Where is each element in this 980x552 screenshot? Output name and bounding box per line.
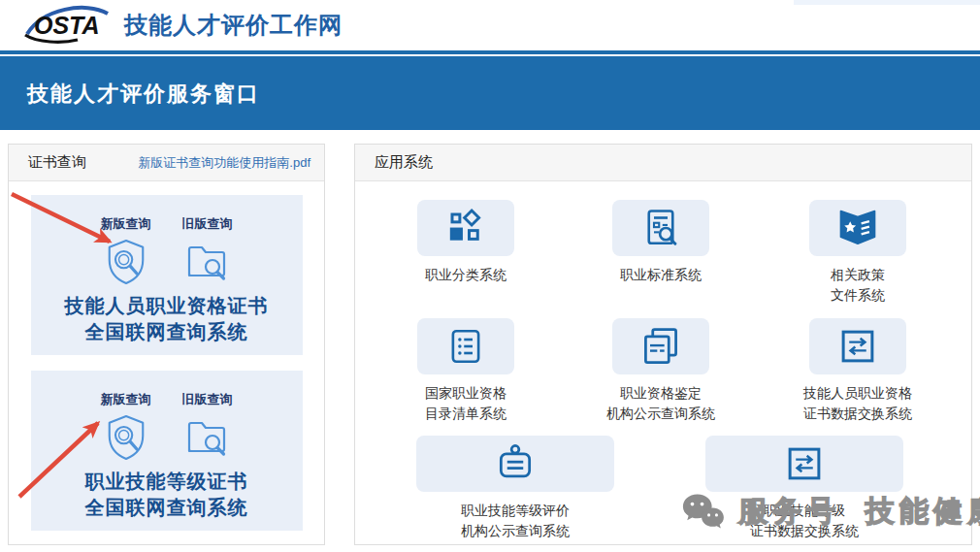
new-query-label: 新版查询 (101, 391, 151, 408)
new-query-link[interactable]: 新版查询 (101, 391, 151, 462)
app-occupation-classification[interactable]: 职业分类系统 (383, 200, 548, 285)
old-query-link[interactable]: 旧版查询 (182, 391, 233, 462)
card-title: 技能人员职业资格证书 全国联网查询系统 (31, 293, 303, 345)
guide-pdf-link[interactable]: 新版证书查询功能使用指南.pdf (138, 154, 310, 172)
certificate-query-panel: 证书查询 新版证书查询功能使用指南.pdf 新版查询 (8, 144, 325, 545)
folder-search-icon (184, 238, 231, 284)
documents-stack-icon (639, 325, 682, 368)
app-skill-level-institution-query[interactable]: 职业技能等级评价 机构公示查询系统 (408, 436, 622, 541)
app-occupation-standard[interactable]: 职业标准系统 (578, 200, 743, 285)
new-query-link[interactable]: 新版查询 (101, 215, 151, 286)
shield-search-icon (104, 413, 148, 462)
app-qualification-directory[interactable]: 国家职业资格 目录清单系统 (383, 318, 548, 424)
old-query-label: 旧版查询 (182, 391, 233, 408)
category-grid-icon (445, 208, 486, 248)
app-skill-level-data-exchange[interactable]: 职业技能等级 证书数据交换系统 (698, 436, 911, 541)
policy-book-icon (836, 207, 879, 249)
old-query-link[interactable]: 旧版查询 (182, 215, 233, 286)
skill-level-cert-card[interactable]: 新版查询 旧版查询 (31, 371, 303, 531)
new-query-label: 新版查询 (101, 215, 151, 233)
app-appraisal-institution-query[interactable]: 职业资格鉴定 机构公示查询系统 (578, 318, 743, 424)
application-systems-panel: 应用系统 职业分类系统 (354, 144, 972, 545)
top-header: OSTA 技能人才评价工作网 (0, 0, 980, 50)
data-exchange-icon (784, 443, 825, 484)
list-icon (445, 326, 486, 367)
site-title: 技能人才评价工作网 (124, 10, 343, 41)
banner-title: 技能人才评价服务窗口 (27, 80, 260, 109)
app-qualification-data-exchange[interactable]: 技能人员职业资格 证书数据交换系统 (775, 318, 940, 424)
page: OSTA 技能人才评价工作网 技能人才评价服务窗口 证书查询 新版证书查询功能使… (0, 0, 980, 552)
top-accent-bar (794, 0, 980, 5)
card-title: 职业技能等级证书 全国联网查询系统 (31, 469, 303, 521)
application-systems-title: 应用系统 (375, 153, 433, 172)
service-banner: 技能人才评价服务窗口 (0, 57, 980, 130)
content: 证书查询 新版证书查询功能使用指南.pdf 新版查询 (0, 130, 980, 552)
application-systems-header: 应用系统 (355, 145, 971, 181)
badge-sign-icon (494, 442, 537, 485)
document-search-icon (640, 208, 681, 248)
folder-search-icon (184, 413, 231, 460)
certificate-query-header: 证书查询 新版证书查询功能使用指南.pdf (9, 145, 324, 181)
old-query-label: 旧版查询 (182, 215, 233, 233)
shield-search-icon (104, 238, 148, 286)
data-exchange-icon (837, 326, 878, 367)
certificate-query-title: 证书查询 (28, 153, 86, 172)
osta-logo-icon: OSTA (21, 5, 111, 46)
vocational-qualification-cert-card[interactable]: 新版查询 旧版查询 (31, 195, 303, 355)
osta-logo-text: OSTA (34, 12, 100, 39)
app-policy-documents[interactable]: 相关政策 文件系统 (775, 200, 940, 306)
